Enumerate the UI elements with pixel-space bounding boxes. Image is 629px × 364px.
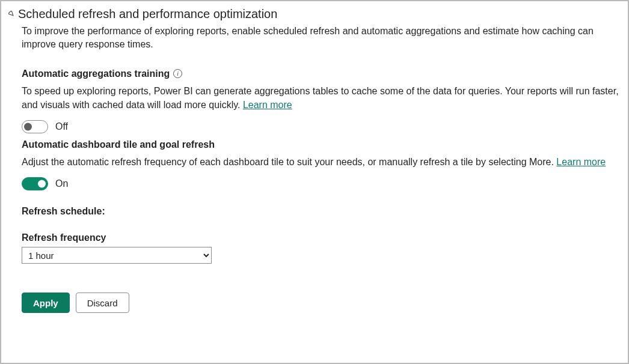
apply-button[interactable]: Apply xyxy=(22,293,70,313)
aggregations-toggle[interactable] xyxy=(22,120,48,133)
expand-arrow-icon xyxy=(8,10,17,19)
section-title: Scheduled refresh and performance optimi… xyxy=(18,7,277,21)
aggregations-title-row: Automatic aggregations training i xyxy=(22,68,621,79)
dashboard-refresh-title: Automatic dashboard tile and goal refres… xyxy=(22,139,621,150)
dashboard-refresh-description: Adjust the automatic refresh frequency o… xyxy=(22,155,621,169)
section-description: To improve the performance of exploring … xyxy=(22,25,621,52)
aggregations-toggle-label: Off xyxy=(55,121,68,132)
aggregations-description: To speed up exploring reports, Power BI … xyxy=(22,84,621,112)
refresh-frequency-select[interactable]: 1 hour xyxy=(22,247,212,264)
dashboard-refresh-toggle-label: On xyxy=(55,178,68,189)
button-row: Apply Discard xyxy=(22,293,621,313)
dashboard-refresh-learn-more-link[interactable]: Learn more xyxy=(556,157,606,167)
toggle-knob xyxy=(24,123,32,131)
discard-button[interactable]: Discard xyxy=(76,293,129,313)
toggle-knob xyxy=(38,180,46,188)
dashboard-refresh-toggle[interactable] xyxy=(22,177,48,190)
aggregations-text: To speed up exploring reports, Power BI … xyxy=(22,86,619,110)
aggregations-toggle-row: Off xyxy=(22,120,621,133)
info-icon[interactable]: i xyxy=(173,69,182,78)
aggregations-learn-more-link[interactable]: Learn more xyxy=(243,100,292,110)
section-header[interactable]: Scheduled refresh and performance optimi… xyxy=(8,7,621,21)
refresh-schedule-label: Refresh schedule: xyxy=(22,206,621,217)
aggregations-title: Automatic aggregations training xyxy=(22,68,170,79)
refresh-frequency-label: Refresh frequency xyxy=(22,232,621,243)
dashboard-refresh-toggle-row: On xyxy=(22,177,621,190)
dashboard-refresh-text: Adjust the automatic refresh frequency o… xyxy=(22,157,556,167)
